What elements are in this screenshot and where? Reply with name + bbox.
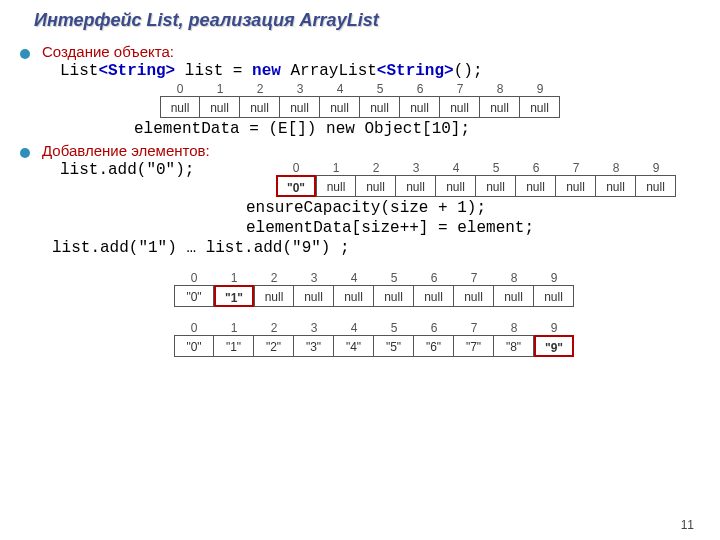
code-line-ensurecap: ensureCapacity(size + 1); bbox=[246, 199, 696, 217]
array-table-2: 0123456789"0"nullnullnullnullnullnullnul… bbox=[276, 161, 676, 197]
array-table-3: 0123456789"0""1"nullnullnullnullnullnull… bbox=[174, 271, 574, 307]
array-table-1: 0123456789nullnullnullnullnullnullnullnu… bbox=[160, 82, 560, 118]
bullet-icon bbox=[20, 148, 30, 158]
page-number: 11 bbox=[681, 518, 694, 532]
code-line-add0: list.add("0"); bbox=[60, 161, 194, 179]
code-line-assign: elementData[size++] = element; bbox=[246, 219, 696, 237]
slide-title: Интерфейс List, реализация ArrayList bbox=[34, 10, 696, 31]
code-line-add1to9: list.add("1") … list.add("9") ; bbox=[52, 239, 696, 257]
section-heading-add: Добавление элементов: bbox=[42, 142, 210, 159]
array-table-4: 0123456789"0""1""2""3""4""5""6""7""8""9" bbox=[174, 321, 574, 357]
code-line-declaration: List<String> list = new ArrayList<String… bbox=[60, 62, 696, 80]
section-heading-create: Создание объекта: bbox=[42, 43, 174, 60]
bullet-icon bbox=[20, 49, 30, 59]
code-line-elementdata: elementData = (E[]) new Object[10]; bbox=[134, 120, 696, 138]
